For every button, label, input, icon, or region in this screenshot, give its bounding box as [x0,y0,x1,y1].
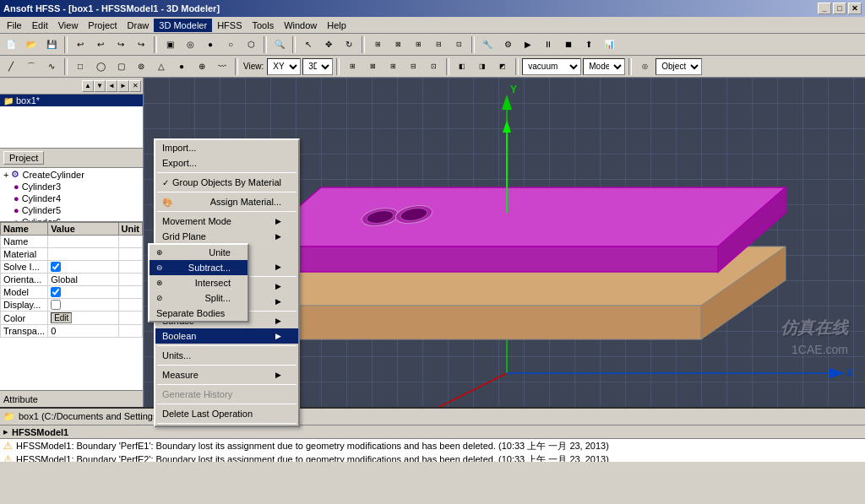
svg-marker-5 [830,368,845,378]
view-btn-7[interactable]: ◨ [473,57,492,76]
panel-btn-3[interactable]: ◄ [106,80,117,92]
toolbar-icon-10[interactable]: ⏹ [559,35,578,54]
draw-cone[interactable]: △ [152,57,171,76]
submenu-intersect[interactable]: ⊗ Intersect [150,275,248,290]
menu-hfss[interactable]: HFSS [212,19,247,32]
toolbar-icon-8[interactable]: ▶ [519,35,537,54]
new-button[interactable]: 📄 [2,35,20,54]
cm-assign-material[interactable]: 🎨 Assign Material... [155,194,298,209]
cm-deletelast[interactable]: Delete Last Operation [155,406,298,421]
draw-arc[interactable]: ⌒ [22,57,41,76]
view-btn-9[interactable]: ◎ [635,57,654,76]
tree-item-cyl5[interactable]: ● Cylinder5 [0,204,143,216]
tree-item-createcyl[interactable]: + ⚙ CreateCylinder [0,168,143,181]
toolbar-icon-12[interactable]: 📊 [600,35,618,54]
menu-tools[interactable]: Tools [247,19,279,32]
panel-btn-4[interactable]: ► [117,80,129,92]
model-checkbox[interactable] [51,287,61,297]
view-btn-3[interactable]: ⊞ [384,57,402,76]
cm-group[interactable]: ✓ Group Objects By Material [155,175,298,190]
toolbar-icon-9[interactable]: ⏸ [539,35,558,54]
toolbar-move[interactable]: ✥ [319,35,338,54]
toolbar-btn-7[interactable]: ⬡ [242,35,260,54]
draw-helix[interactable]: 〰 [213,57,231,76]
view-btn-2[interactable]: ⊠ [363,57,382,76]
draw-box[interactable]: ▢ [112,57,130,76]
view-btn-6[interactable]: ◧ [453,57,471,76]
panel-btn-2[interactable]: ▼ [94,80,106,92]
open-button[interactable]: 📂 [22,35,41,54]
toolbar-icon-5[interactable]: ⊡ [449,35,468,54]
toolbar-icon-4[interactable]: ⊟ [429,35,448,54]
draw-sphere[interactable]: ● [172,57,191,76]
view-btn-5[interactable]: ⊡ [424,57,443,76]
view-btn-1[interactable]: ⊞ [343,57,362,76]
cm-movement[interactable]: Movement Mode ▶ [155,214,298,229]
menu-file[interactable]: File [2,19,27,32]
toolbar-icon-3[interactable]: ⊞ [409,35,427,54]
redo-button[interactable]: ↪ [112,35,130,54]
tree-item-cyl4[interactable]: ● Cylinder4 [0,192,143,204]
view-plane-select[interactable]: XYYZXZ [267,58,301,75]
menu-window[interactable]: Window [279,19,322,32]
toolbar-icon-2[interactable]: ⊠ [389,35,407,54]
menu-edit[interactable]: Edit [27,19,53,32]
toolbar-rotate[interactable]: ↻ [340,35,358,54]
minimize-button[interactable]: _ [818,3,831,14]
undo-button[interactable]: ↩ [71,35,90,54]
cm-grid[interactable]: Grid Plane ▶ [155,229,298,244]
submenu-unite[interactable]: ⊕ Unite [150,245,248,260]
material-select[interactable]: vacuum [522,58,581,75]
cm-boolean[interactable]: Boolean ▶ [155,328,298,344]
toolbar-cursor[interactable]: ↖ [299,35,318,54]
menu-view[interactable]: View [53,19,84,32]
draw-cylinder[interactable]: ⊚ [132,57,150,76]
tree-item-cyl3[interactable]: ● Cylinder3 [0,181,143,192]
draw-line[interactable]: ╱ [2,57,20,76]
cm-import[interactable]: Import... [155,140,298,155]
solve-checkbox[interactable] [51,262,61,272]
submenu-split[interactable]: ⊘ Split... [150,290,248,306]
undo2-button[interactable]: ↩ [91,35,110,54]
toolbar-btn-5[interactable]: ● [201,35,220,54]
save-button[interactable]: 💾 [42,35,61,54]
toolbar-icon-1[interactable]: ⊞ [368,35,387,54]
project-button[interactable]: Project [3,151,44,165]
prop-name-value[interactable] [48,236,118,248]
panel-btn-1[interactable]: ▲ [82,80,94,92]
submenu-separate[interactable]: Separate Bodies [150,306,248,321]
toolbar-icon-7[interactable]: ⚙ [498,35,517,54]
display-checkbox[interactable] [51,300,61,310]
draw-torus[interactable]: ⊕ [193,57,211,76]
tree-icon-op: ⚙ [11,169,19,180]
draw-spline[interactable]: ∿ [42,57,61,76]
toolbar-icon-11[interactable]: ⬆ [579,35,598,54]
submenu-subtract[interactable]: ⊖ Subtract... [150,260,248,275]
prop-color-value[interactable]: Edit [48,312,118,325]
cm-units[interactable]: Units... [155,348,298,363]
redo2-button[interactable]: ↪ [132,35,150,54]
view-btn-4[interactable]: ⊟ [404,57,422,76]
cm-export[interactable]: Export... [155,155,298,171]
close-button[interactable]: ✕ [848,3,862,14]
object-select[interactable]: Object [656,58,702,75]
menu-project[interactable]: Project [83,19,122,32]
draw-rect[interactable]: □ [71,57,90,76]
toolbar-btn-6[interactable]: ○ [221,35,240,54]
search-button[interactable]: 🔍 [270,35,289,54]
toolbar-icon-6[interactable]: 🔧 [478,35,497,54]
menu-help[interactable]: Help [322,19,351,32]
draw-ellipse[interactable]: ◯ [91,57,110,76]
maximize-button[interactable]: □ [833,3,846,14]
menu-3dmodeler[interactable]: 3D Modeler [154,19,212,32]
cm-measure[interactable]: Measure ▶ [155,367,298,382]
panel-btn-5[interactable]: ✕ [129,80,141,92]
toolbar-btn-4[interactable]: ◎ [181,35,199,54]
view-btn-8[interactable]: ◩ [493,57,512,76]
toolbar-btn-3[interactable]: ▣ [160,35,179,54]
prop-material-value[interactable] [48,248,118,261]
view-mode-select[interactable]: 3D [302,58,333,75]
menu-draw[interactable]: Draw [122,19,155,32]
tree-item-box1[interactable]: 📁 box1* [0,95,143,106]
mode-select[interactable]: Model [583,58,625,75]
